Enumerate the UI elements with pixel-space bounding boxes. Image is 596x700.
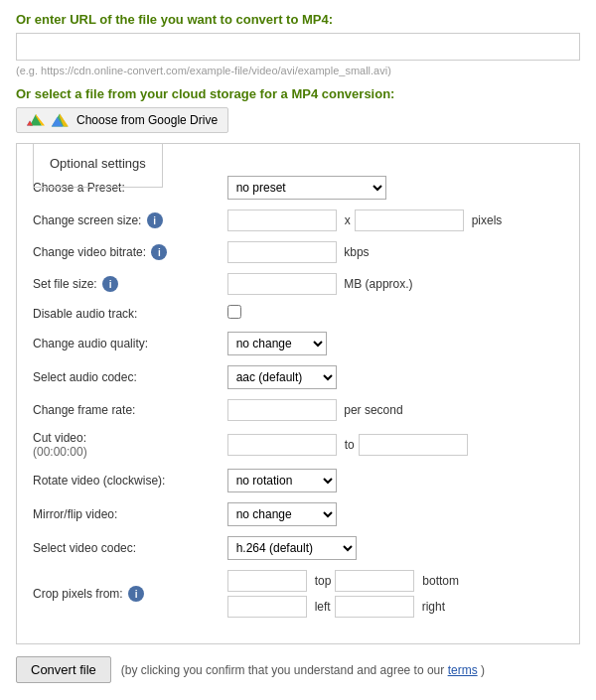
frame-rate-input[interactable] xyxy=(227,399,337,421)
crop-row: Crop pixels from: i top bottom left xyxy=(33,570,563,623)
crop-top-label: top xyxy=(315,574,332,588)
url-section: Or enter URL of the file you want to con… xyxy=(16,12,580,76)
screen-size-x: x xyxy=(345,213,351,227)
mirror-row: Mirror/flip video: no change xyxy=(33,502,563,531)
video-codec-row: Select video codec: h.264 (default) xyxy=(33,536,563,565)
settings-grid: Choose a Preset: no preset Change screen… xyxy=(33,171,563,628)
frame-rate-label: Change frame rate: xyxy=(33,399,227,426)
convert-note: (by clicking you confirm that you unders… xyxy=(121,663,485,677)
file-size-label: Set file size: i xyxy=(33,273,227,300)
crop-left-input[interactable] xyxy=(227,596,307,618)
cut-video-control: to xyxy=(227,431,563,464)
disable-audio-label: Disable audio track: xyxy=(33,305,227,327)
video-bitrate-row: Change video bitrate: i kbps xyxy=(33,241,563,268)
video-bitrate-info-icon[interactable]: i xyxy=(151,244,167,260)
frame-rate-row: Change frame rate: per second xyxy=(33,399,563,426)
cut-video-start-input[interactable] xyxy=(227,434,337,456)
url-input[interactable] xyxy=(16,33,580,61)
preset-control: no preset xyxy=(227,176,563,205)
file-size-info-icon[interactable]: i xyxy=(102,276,118,292)
audio-codec-row: Select audio codec: aac (default) xyxy=(33,365,563,394)
crop-bottom-input[interactable] xyxy=(335,570,414,592)
video-bitrate-unit: kbps xyxy=(344,245,369,259)
cloud-section: Or select a file from your cloud storage… xyxy=(16,86,580,133)
audio-quality-label: Change audio quality: xyxy=(33,332,227,360)
disable-audio-checkbox[interactable] xyxy=(227,305,241,319)
video-bitrate-input[interactable] xyxy=(227,241,337,263)
frame-rate-control: per second xyxy=(227,399,563,426)
disable-audio-control xyxy=(227,305,563,327)
audio-quality-control: no change xyxy=(227,332,563,360)
video-bitrate-control: kbps xyxy=(227,241,563,268)
screen-width-input[interactable] xyxy=(227,210,337,231)
rotate-control: no rotation xyxy=(227,469,563,497)
cloud-heading: Or select a file from your cloud storage… xyxy=(16,86,580,101)
rotate-row: Rotate video (clockwise): no rotation xyxy=(33,469,563,497)
video-codec-control: h.264 (default) xyxy=(227,536,563,565)
google-drive-btn-label: Choose from Google Drive xyxy=(76,113,218,127)
mirror-label: Mirror/flip video: xyxy=(33,502,227,531)
google-drive-triangle-icon xyxy=(51,112,69,128)
crop-label: Crop pixels from: i xyxy=(33,570,227,623)
disable-audio-row: Disable audio track: xyxy=(33,305,563,327)
audio-codec-control: aac (default) xyxy=(227,365,563,394)
crop-right-input[interactable] xyxy=(335,596,414,618)
mirror-select[interactable]: no change xyxy=(227,502,337,526)
convert-button[interactable]: Convert file xyxy=(16,656,111,683)
convert-section: Convert file (by clicking you confirm th… xyxy=(16,656,580,683)
rotate-label: Rotate video (clockwise): xyxy=(33,469,227,497)
cut-video-row: Cut video: (00:00:00) to xyxy=(33,431,563,464)
crop-info-icon[interactable]: i xyxy=(128,586,144,602)
preset-select[interactable]: no preset xyxy=(227,176,386,200)
crop-right-label: right xyxy=(422,600,445,614)
file-size-control: MB (approx.) xyxy=(227,273,563,300)
crop-bottom-label: bottom xyxy=(422,574,459,588)
video-codec-label: Select video codec: xyxy=(33,536,227,565)
audio-codec-select[interactable]: aac (default) xyxy=(227,365,337,389)
screen-height-input[interactable] xyxy=(355,210,464,231)
screen-size-row: Change screen size: i x pixels xyxy=(33,210,563,236)
cut-video-to: to xyxy=(345,438,355,452)
screen-size-label: Change screen size: i xyxy=(33,210,227,236)
google-drive-button[interactable]: Choose from Google Drive xyxy=(16,107,228,133)
optional-settings-legend: Optional settings xyxy=(33,143,163,188)
audio-codec-label: Select audio codec: xyxy=(33,365,227,394)
crop-left-label: left xyxy=(315,600,331,614)
optional-settings-panel: Optional settings Choose a Preset: no pr… xyxy=(16,143,580,644)
rotate-select[interactable]: no rotation xyxy=(227,469,337,492)
terms-link[interactable]: terms xyxy=(448,663,478,677)
url-placeholder: (e.g. https://cdn.online-convert.com/exa… xyxy=(16,65,580,76)
cut-video-end-input[interactable] xyxy=(359,434,468,456)
screen-size-control: x pixels xyxy=(227,210,563,236)
crop-top-input[interactable] xyxy=(227,570,307,592)
cut-video-label: Cut video: (00:00:00) xyxy=(33,431,227,464)
video-codec-select[interactable]: h.264 (default) xyxy=(227,536,357,560)
file-size-row: Set file size: i MB (approx.) xyxy=(33,273,563,300)
file-size-input[interactable] xyxy=(227,273,337,295)
screen-size-info-icon[interactable]: i xyxy=(147,212,163,228)
url-heading: Or enter URL of the file you want to con… xyxy=(16,12,580,27)
audio-quality-select[interactable]: no change xyxy=(227,332,327,355)
mirror-control: no change xyxy=(227,502,563,531)
audio-quality-row: Change audio quality: no change xyxy=(33,332,563,360)
video-bitrate-label: Change video bitrate: i xyxy=(33,241,227,268)
google-drive-icon xyxy=(27,112,45,128)
screen-size-unit: pixels xyxy=(472,213,503,227)
file-size-unit: MB (approx.) xyxy=(344,277,412,291)
crop-control: top bottom left right xyxy=(227,570,563,623)
frame-rate-unit: per second xyxy=(344,403,402,417)
